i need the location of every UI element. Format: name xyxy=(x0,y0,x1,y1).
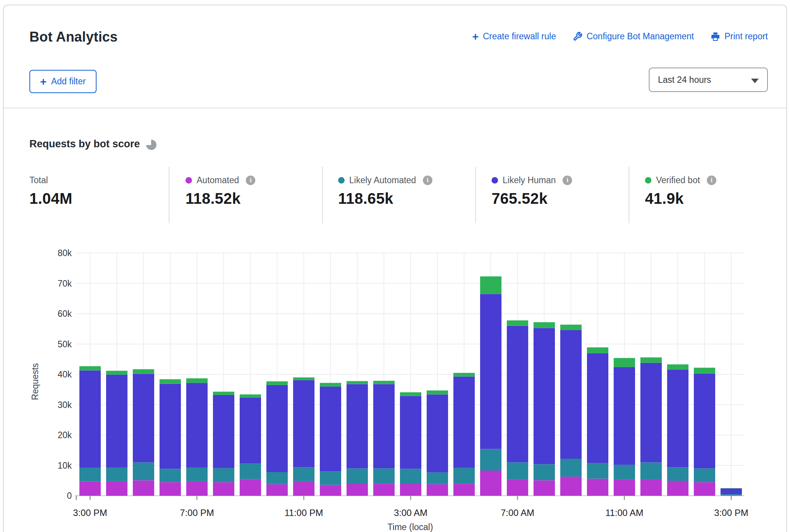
bar-segment[interactable] xyxy=(373,381,395,384)
bar-segment[interactable] xyxy=(534,328,555,464)
bar-segment[interactable] xyxy=(186,481,208,496)
bar-segment[interactable] xyxy=(133,463,154,480)
bar-segment[interactable] xyxy=(266,472,288,484)
info-icon[interactable]: i xyxy=(563,176,572,185)
bar-segment[interactable] xyxy=(560,477,582,496)
bar-segment[interactable] xyxy=(213,395,234,468)
bar-segment[interactable] xyxy=(534,322,555,328)
bar-segment[interactable] xyxy=(560,330,582,459)
bar-segment[interactable] xyxy=(721,488,742,494)
bar-segment[interactable] xyxy=(480,276,501,294)
bar-segment[interactable] xyxy=(347,484,368,496)
bar-segment[interactable] xyxy=(667,481,688,496)
bar-segment[interactable] xyxy=(79,371,101,468)
bar-segment[interactable] xyxy=(400,469,421,484)
bar-segment[interactable] xyxy=(694,374,715,469)
bar-segment[interactable] xyxy=(160,379,181,384)
bar-segment[interactable] xyxy=(79,366,101,371)
bar-segment[interactable] xyxy=(106,468,127,481)
bar-segment[interactable] xyxy=(160,469,181,482)
bar-segment[interactable] xyxy=(507,463,528,480)
bar-segment[interactable] xyxy=(640,463,662,480)
bar-segment[interactable] xyxy=(240,479,261,496)
info-icon[interactable]: i xyxy=(246,176,255,185)
bar-segment[interactable] xyxy=(293,467,314,481)
bar-segment[interactable] xyxy=(560,459,582,477)
bar-segment[interactable] xyxy=(160,384,181,469)
bar-segment[interactable] xyxy=(266,484,288,496)
bar-segment[interactable] xyxy=(587,353,608,463)
bar-segment[interactable] xyxy=(587,347,608,353)
bar-segment[interactable] xyxy=(667,369,688,467)
bar-segment[interactable] xyxy=(240,394,261,397)
bar-segment[interactable] xyxy=(614,465,635,480)
bar-segment[interactable] xyxy=(721,488,742,488)
bar-segment[interactable] xyxy=(427,472,448,484)
bar-segment[interactable] xyxy=(186,468,208,481)
bar-segment[interactable] xyxy=(347,381,368,384)
bar-segment[interactable] xyxy=(694,368,715,374)
bar-segment[interactable] xyxy=(667,467,688,481)
bar-segment[interactable] xyxy=(373,484,395,496)
bar-segment[interactable] xyxy=(721,494,742,495)
bar-segment[interactable] xyxy=(373,384,395,468)
add-filter-button[interactable]: + Add filter xyxy=(29,70,97,93)
bar-segment[interactable] xyxy=(133,374,154,462)
bar-segment[interactable] xyxy=(694,482,715,496)
bar-segment[interactable] xyxy=(347,468,368,484)
bar-segment[interactable] xyxy=(453,468,475,484)
bar-segment[interactable] xyxy=(186,383,208,468)
bar-segment[interactable] xyxy=(640,479,662,496)
bar-segment[interactable] xyxy=(320,383,341,387)
bar-segment[interactable] xyxy=(79,482,101,496)
time-range-dropdown[interactable]: Last 24 hours xyxy=(649,68,768,92)
bar-segment[interactable] xyxy=(614,480,635,496)
bar-segment[interactable] xyxy=(507,480,528,496)
bar-segment[interactable] xyxy=(614,367,635,465)
bar-segment[interactable] xyxy=(373,468,395,484)
bar-segment[interactable] xyxy=(240,397,261,463)
bar-segment[interactable] xyxy=(133,480,154,496)
bar-segment[interactable] xyxy=(453,484,475,496)
bar-segment[interactable] xyxy=(106,481,127,496)
bar-segment[interactable] xyxy=(480,294,501,449)
bar-segment[interactable] xyxy=(453,373,475,377)
bar-segment[interactable] xyxy=(427,484,448,496)
bar-segment[interactable] xyxy=(507,326,528,463)
bar-segment[interactable] xyxy=(293,380,314,467)
bar-segment[interactable] xyxy=(79,468,101,482)
bar-segment[interactable] xyxy=(400,392,421,396)
bar-segment[interactable] xyxy=(133,369,154,374)
bar-segment[interactable] xyxy=(560,325,582,330)
bar-segment[interactable] xyxy=(453,377,475,468)
bar-segment[interactable] xyxy=(186,378,208,383)
bar-segment[interactable] xyxy=(213,468,234,482)
bar-segment[interactable] xyxy=(347,384,368,468)
bar-segment[interactable] xyxy=(106,375,127,468)
bar-segment[interactable] xyxy=(106,371,127,374)
bar-segment[interactable] xyxy=(427,390,448,394)
bar-segment[interactable] xyxy=(160,482,181,496)
bar-segment[interactable] xyxy=(480,471,501,496)
bar-segment[interactable] xyxy=(400,484,421,496)
bar-segment[interactable] xyxy=(640,363,662,463)
print-report-link[interactable]: Print report xyxy=(711,31,768,42)
bar-segment[interactable] xyxy=(266,381,288,385)
bar-segment[interactable] xyxy=(293,481,314,496)
bar-segment[interactable] xyxy=(400,396,421,469)
bar-segment[interactable] xyxy=(427,394,448,472)
bar-segment[interactable] xyxy=(320,387,341,472)
bar-segment[interactable] xyxy=(587,463,608,479)
bar-segment[interactable] xyxy=(614,358,635,367)
bar-segment[interactable] xyxy=(266,385,288,472)
bar-segment[interactable] xyxy=(480,449,501,471)
bar-segment[interactable] xyxy=(320,471,341,485)
bar-segment[interactable] xyxy=(320,485,341,496)
info-icon[interactable]: i xyxy=(707,176,716,185)
bar-segment[interactable] xyxy=(640,357,662,363)
bar-segment[interactable] xyxy=(534,464,555,480)
bar-segment[interactable] xyxy=(587,479,608,496)
bar-segment[interactable] xyxy=(213,482,234,496)
info-icon[interactable]: i xyxy=(423,176,432,185)
configure-bot-management-link[interactable]: Configure Bot Management xyxy=(573,31,694,42)
